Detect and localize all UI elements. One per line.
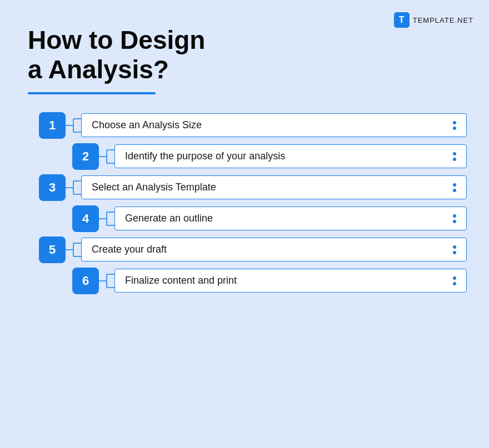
logo-icon: T (394, 12, 410, 28)
step-dots-1 (453, 121, 456, 130)
step-dots-4 (453, 214, 456, 223)
step-dots-3 (453, 183, 456, 192)
step-label-5: Create your draft (92, 244, 167, 255)
bracket-4 (99, 210, 114, 228)
logo-area: T TEMPLATE.NET (394, 12, 473, 28)
step-dots-2 (453, 152, 456, 161)
step-row-3: 3 Select an Analysis Template (39, 174, 467, 201)
logo-text: TEMPLATE.NET (413, 16, 473, 24)
bracket-5 (66, 241, 81, 259)
bracket-svg-1 (66, 117, 81, 134)
step-dots-5 (453, 245, 456, 254)
dot-bottom-3 (453, 189, 456, 192)
bracket-svg-2 (99, 148, 114, 165)
dot-bottom-4 (453, 220, 456, 223)
dot-top-3 (453, 183, 456, 187)
dot-top-4 (453, 214, 456, 218)
step-badge-3: 3 (39, 174, 66, 201)
bracket-svg-4 (99, 210, 114, 228)
dot-bottom-2 (453, 158, 456, 161)
step-box-5: Create your draft (81, 238, 467, 261)
dot-top-2 (453, 152, 456, 155)
step-box-4: Generate an outline (114, 207, 467, 230)
bracket-svg-3 (66, 179, 81, 197)
brand-light: .NET (455, 16, 473, 24)
bracket-3 (66, 179, 81, 197)
step-badge-2: 2 (72, 143, 99, 170)
dot-top-6 (453, 276, 456, 280)
step-badge-5: 5 (39, 236, 66, 263)
bracket-svg-5 (66, 241, 81, 259)
step-badge-4: 4 (72, 205, 99, 232)
step-label-4: Generate an outline (125, 213, 213, 224)
steps-container: 1 Choose an Analysis Size 2 Identify the… (39, 112, 467, 299)
dot-top-1 (453, 121, 456, 124)
step-badge-1: 1 (39, 112, 66, 139)
step-row-1: 1 Choose an Analysis Size (39, 112, 467, 139)
step-label-6: Finalize content and print (125, 275, 237, 286)
title-underline (28, 92, 156, 94)
step-row-5: 5 Create your draft (39, 236, 467, 263)
title-line1: How to Design (28, 26, 467, 55)
main-title: How to Design a Analysis? (28, 26, 467, 84)
step-row-2: 2 Identify the purpose of your analysis (72, 143, 467, 170)
bracket-6 (99, 272, 114, 290)
bracket-2 (99, 148, 114, 165)
bracket-svg-6 (99, 272, 114, 290)
step-label-1: Choose an Analysis Size (92, 119, 202, 131)
page: T TEMPLATE.NET How to Design a Analysis?… (0, 0, 489, 448)
step-label-3: Select an Analysis Template (92, 182, 216, 193)
step-box-2: Identify the purpose of your analysis (114, 144, 467, 168)
title-line2: a Analysis? (28, 55, 467, 84)
dot-bottom-6 (453, 282, 456, 285)
dot-top-5 (453, 245, 456, 249)
dot-bottom-5 (453, 251, 456, 254)
step-label-2: Identify the purpose of your analysis (125, 150, 285, 162)
step-box-3: Select an Analysis Template (81, 175, 467, 199)
step-row-6: 6 Finalize content and print (72, 268, 467, 294)
step-row-4: 4 Generate an outline (72, 205, 467, 232)
brand-bold: TEMPLATE (413, 16, 455, 24)
step-badge-6: 6 (72, 268, 99, 294)
step-box-6: Finalize content and print (114, 269, 467, 293)
step-box-1: Choose an Analysis Size (81, 113, 467, 137)
bracket-1 (66, 117, 81, 134)
dot-bottom-1 (453, 127, 456, 130)
step-dots-6 (453, 276, 456, 285)
